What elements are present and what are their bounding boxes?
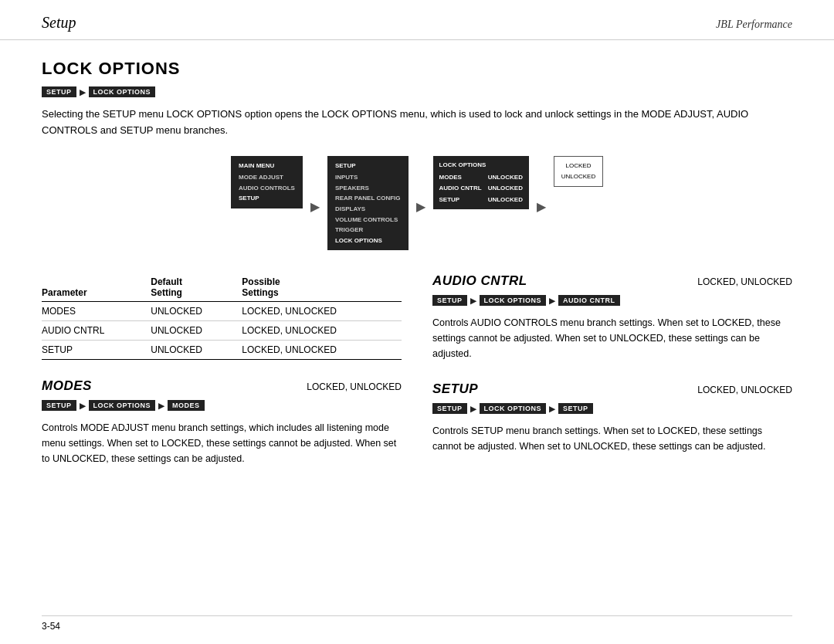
setup-sub-header: SETUP LOCKED, UNLOCKED [432,381,792,397]
table-row: AUDIO CNTRLUNLOCKEDLOCKED, UNLOCKED [42,321,402,341]
modes-bc-arrow2: ▶ [158,402,164,410]
table-cell: UNLOCKED [151,321,242,341]
page-header: Setup JBL Performance [0,0,834,40]
arrow-1: ▶ [310,199,320,214]
setup-sub-bc-setup2: SETUP [558,403,593,414]
audio-cntrl-title: AUDIO CNTRL [432,273,527,289]
main-content: LOCK OPTIONS SETUP ▶ LOCK OPTIONS Select… [0,40,834,497]
setup-sub-bc-arrow2: ▶ [549,405,555,413]
modes-header: MODES LOCKED, UNLOCKED [42,378,402,394]
lo-row-setup: SETUP UNLOCKED [439,195,523,205]
table-cell: UNLOCKED [151,302,242,321]
table-cell: LOCKED, UNLOCKED [242,341,402,360]
audio-bc-setup: SETUP [432,295,467,306]
lo-row-audio: AUDIO CNTRL UNLOCKED [439,183,523,194]
setup-sub-bc-lock: LOCK OPTIONS [480,403,547,414]
main-menu-item-2: AUDIO CONTROLS [239,183,295,194]
setup-menu-box: SETUP INPUTS SPEAKERS REAR PANEL CONFIG … [327,156,409,251]
table-cell: AUDIO CNTRL [42,321,151,341]
lo-modes-value: UNLOCKED [488,172,523,183]
setup-item-trigger: TRIGGER [335,225,401,236]
audio-bc-cntrl: AUDIO CNTRL [558,295,620,306]
arrow-3: ▶ [537,199,546,214]
breadcrumb: SETUP ▶ LOCK OPTIONS [42,86,792,97]
setup-sub-breadcrumb: SETUP ▶ LOCK OPTIONS ▶ SETUP [432,403,792,414]
lo-audio-label: AUDIO CNTRL [439,183,482,194]
lo-modes-label: MODES [439,172,462,183]
main-menu-box: MAIN MENU MODE ADJUST AUDIO CONTROLS SET… [231,156,303,208]
lo-setup-value: UNLOCKED [488,195,523,205]
breadcrumb-arrow-1: ▶ [80,88,86,97]
col-header-possible: PossibleSettings [242,273,402,302]
modes-bc-modes: MODES [168,400,205,411]
modes-breadcrumb: SETUP ▶ LOCK OPTIONS ▶ MODES [42,400,402,411]
col-header-default: DefaultSetting [151,273,242,302]
audio-bc-arrow2: ▶ [549,297,555,305]
menu-diagram: MAIN MENU MODE ADJUST AUDIO CONTROLS SET… [42,156,792,251]
setup-menu-header: SETUP [335,161,401,171]
modes-bc-setup: SETUP [42,400,76,411]
param-table: Parameter DefaultSetting PossibleSetting… [42,273,402,360]
modes-bc-arrow1: ▶ [80,402,86,410]
main-menu-item-3: SETUP [239,193,295,204]
page-number: 3-54 [42,621,60,632]
audio-cntrl-header: AUDIO CNTRL LOCKED, UNLOCKED [432,273,792,289]
setup-item-displays: DISPLAYS [335,204,401,215]
col-right: AUDIO CNTRL LOCKED, UNLOCKED SETUP ▶ LOC… [432,273,792,466]
setup-sub-bc-setup: SETUP [432,403,467,414]
table-row: SETUPUNLOCKEDLOCKED, UNLOCKED [42,341,402,360]
header-right: JBL Performance [716,19,792,31]
arrow-2: ▶ [416,199,425,214]
audio-bc-arrow1: ▶ [470,297,476,305]
table-row: MODESUNLOCKEDLOCKED, UNLOCKED [42,302,402,321]
setup-item-lock: LOCK OPTIONS [335,236,401,246]
unlocked-line: UNLOCKED [561,171,596,182]
breadcrumb-lock-options: LOCK OPTIONS [89,86,156,97]
table-cell: SETUP [42,341,151,360]
table-cell: LOCKED, UNLOCKED [242,302,402,321]
page-footer: 3-54 [42,615,792,632]
setup-item-inputs: INPUTS [335,172,401,183]
audio-cntrl-description: Controls AUDIO CONTROLS menu branch sett… [432,315,792,361]
setup-sub-description: Controls SETUP menu branch settings. Whe… [432,423,792,454]
lock-options-menu-box: LOCK OPTIONS MODES UNLOCKED AUDIO CNTRL … [433,156,529,210]
intro-text: Selecting the SETUP menu LOCK OPTIONS op… [42,107,792,139]
header-left: Setup [42,14,76,32]
table-cell: MODES [42,302,151,321]
main-menu-header: MAIN MENU [239,161,295,171]
locked-box: LOCKED UNLOCKED [554,156,603,188]
modes-description: Controls MODE ADJUST menu branch setting… [42,420,402,466]
lock-options-menu-header: LOCK OPTIONS [439,160,523,171]
setup-item-rear: REAR PANEL CONFIG [335,193,401,204]
setup-sub-title: SETUP [432,381,478,397]
col-header-param: Parameter [42,273,151,302]
locked-line: LOCKED [561,161,596,171]
audio-bc-lock: LOCK OPTIONS [480,295,547,306]
setup-item-speakers: SPEAKERS [335,183,401,194]
audio-cntrl-options: LOCKED, UNLOCKED [697,276,792,287]
lo-row-modes: MODES UNLOCKED [439,172,523,183]
lo-setup-label: SETUP [439,195,460,205]
col-left: Parameter DefaultSetting PossibleSetting… [42,273,402,466]
modes-bc-lock: LOCK OPTIONS [89,400,156,411]
table-cell: UNLOCKED [151,341,242,360]
modes-title: MODES [42,378,92,394]
two-col-layout: Parameter DefaultSetting PossibleSetting… [42,273,792,466]
main-menu-item-1: MODE ADJUST [239,172,295,183]
modes-options: LOCKED, UNLOCKED [307,381,402,392]
table-cell: LOCKED, UNLOCKED [242,321,402,341]
main-title: LOCK OPTIONS [42,59,792,79]
setup-sub-options: LOCKED, UNLOCKED [697,385,792,395]
audio-cntrl-breadcrumb: SETUP ▶ LOCK OPTIONS ▶ AUDIO CNTRL [432,295,792,306]
breadcrumb-setup: SETUP [42,86,76,97]
setup-sub-bc-arrow1: ▶ [470,405,476,413]
lo-audio-value: UNLOCKED [488,183,523,194]
setup-item-volume: VOLUME CONTROLS [335,215,401,225]
